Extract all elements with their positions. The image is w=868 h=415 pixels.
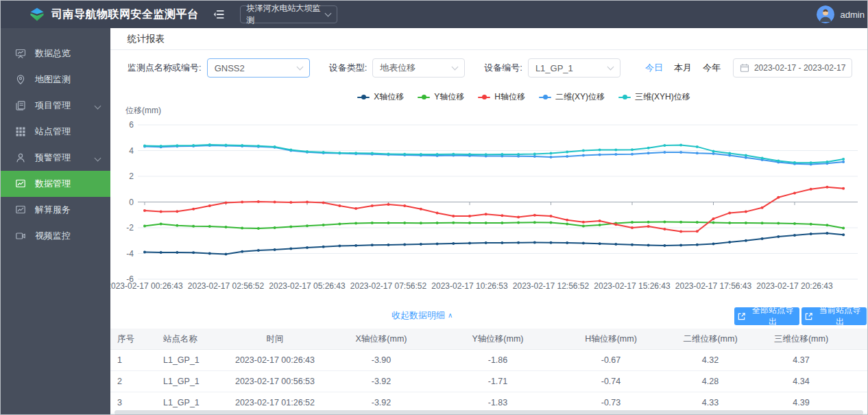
data-point-marker bbox=[241, 250, 243, 253]
data-point-marker bbox=[793, 222, 796, 225]
data-point-marker bbox=[777, 222, 780, 225]
data-point-marker bbox=[810, 188, 812, 191]
device-id-select[interactable]: L1_GP_1 bbox=[528, 58, 620, 78]
legend-item[interactable]: X轴位移 bbox=[357, 91, 404, 103]
data-point-marker bbox=[825, 224, 828, 226]
legend-item[interactable]: 三维(XYH)位移 bbox=[618, 91, 690, 103]
chevron-down-icon bbox=[296, 64, 303, 71]
sidebar-item[interactable]: 预警管理 bbox=[1, 145, 110, 171]
data-point-marker bbox=[599, 154, 601, 156]
device-type-select[interactable]: 地表位移 bbox=[372, 58, 465, 78]
sidebar-item[interactable]: 数据总览 bbox=[1, 40, 110, 67]
video-camera-icon bbox=[15, 230, 26, 241]
station-selector[interactable]: 块泽河水电站大坝监测 bbox=[240, 5, 337, 23]
sidebar-item[interactable]: 站点管理 bbox=[1, 119, 110, 145]
data-point-marker bbox=[436, 211, 439, 214]
station-selector-value: 块泽河水电站大坝监测 bbox=[247, 3, 326, 26]
legend-marker-dot bbox=[482, 95, 487, 99]
export-current-button[interactable]: 当前站点导出 bbox=[801, 307, 867, 325]
column-header: X轴位移(mm) bbox=[330, 333, 433, 345]
data-point-marker bbox=[160, 145, 162, 147]
data-point-marker bbox=[842, 233, 845, 236]
sidebar-item[interactable]: 视频监控 bbox=[1, 223, 110, 249]
data-point-marker bbox=[745, 239, 747, 242]
data-point-marker bbox=[663, 221, 666, 224]
table-cell: -3.92 bbox=[330, 377, 433, 386]
data-point-marker bbox=[452, 153, 455, 156]
menu-fold-icon[interactable] bbox=[213, 8, 225, 21]
data-point-marker bbox=[338, 204, 341, 207]
data-point-marker bbox=[825, 161, 828, 163]
data-point-marker bbox=[192, 144, 195, 147]
data-point-marker bbox=[468, 215, 471, 217]
data-point-marker bbox=[192, 225, 195, 228]
sidebar-item[interactable]: 地图监测 bbox=[1, 67, 110, 93]
quick-range-button[interactable]: 今日 bbox=[645, 62, 663, 74]
data-point-marker bbox=[387, 152, 390, 155]
main-content: 统计报表 监测点名称或编号: GNSS2 设备类型: 地表位移 设备编号: bbox=[110, 28, 868, 415]
data-point-marker bbox=[387, 203, 390, 206]
data-point-marker bbox=[208, 143, 211, 146]
date-range-picker[interactable]: 2023-02-17 - 2023-02-17 bbox=[733, 58, 852, 78]
horizontal-scrollbar[interactable] bbox=[114, 410, 863, 415]
export-icon bbox=[804, 312, 813, 321]
data-point-marker bbox=[257, 249, 260, 252]
data-point-marker bbox=[468, 153, 471, 156]
collapse-detail-link[interactable]: 收起数据明细 ∧ bbox=[391, 309, 453, 322]
table-cell: L1_GP_1 bbox=[138, 355, 220, 365]
point-select[interactable]: GNSS2 bbox=[207, 58, 310, 78]
data-point-marker bbox=[436, 222, 439, 224]
quick-range-button[interactable]: 本月 bbox=[674, 62, 692, 74]
quick-range-group: 今日本月今年 bbox=[640, 62, 726, 74]
table-cell: 4.28 bbox=[659, 377, 762, 386]
data-point-marker bbox=[517, 215, 520, 218]
column-header: H轴位移(mm) bbox=[563, 333, 659, 345]
y-axis-tick-label: -2 bbox=[126, 223, 134, 233]
data-point-marker bbox=[176, 224, 178, 227]
sidebar-item[interactable]: 解算服务 bbox=[1, 197, 110, 223]
data-point-marker bbox=[420, 208, 422, 211]
data-point-marker bbox=[192, 251, 195, 254]
data-point-marker bbox=[160, 210, 162, 213]
legend-marker bbox=[539, 97, 551, 98]
project-doc-icon bbox=[15, 100, 26, 111]
data-point-marker bbox=[338, 152, 341, 154]
solve-chart-icon bbox=[15, 204, 26, 215]
data-point-marker bbox=[647, 225, 650, 228]
data-point-marker bbox=[176, 144, 178, 147]
alert-user-icon bbox=[15, 152, 26, 163]
data-point-marker bbox=[306, 246, 309, 249]
data-point-marker bbox=[338, 222, 341, 225]
data-point-marker bbox=[354, 244, 357, 247]
table-cell: 2 bbox=[110, 377, 138, 386]
legend-item[interactable]: H轴位移 bbox=[478, 91, 525, 103]
chart-legend: X轴位移Y轴位移H轴位移二维(XY)位移三维(XYH)位移 bbox=[179, 91, 868, 103]
displacement-chart: 6420-2-4-6位移(mm)2023-02-17 00:26:432023-… bbox=[110, 105, 868, 292]
export-all-button[interactable]: 全部站点导出 bbox=[734, 307, 799, 325]
device-type-filter-group: 设备类型: 地表位移 bbox=[329, 58, 466, 78]
column-header: 站点名称 bbox=[138, 333, 220, 345]
data-point-marker bbox=[696, 221, 699, 224]
filter-bar: 监测点名称或编号: GNSS2 设备类型: 地表位移 设备编号: L1_GP_1 bbox=[110, 57, 868, 79]
data-point-marker bbox=[631, 148, 634, 151]
quick-range-button[interactable]: 今年 bbox=[703, 62, 721, 74]
chevron-down-icon bbox=[95, 103, 101, 110]
data-point-marker bbox=[761, 222, 764, 224]
data-point-marker bbox=[257, 200, 260, 203]
data-point-marker bbox=[452, 215, 455, 217]
data-point-marker bbox=[647, 244, 650, 247]
sidebar-item[interactable]: 数据管理 bbox=[1, 171, 110, 197]
data-point-marker bbox=[842, 158, 845, 161]
tab-report[interactable]: 统计报表 bbox=[128, 33, 165, 45]
legend-marker-dot bbox=[543, 95, 548, 99]
data-point-marker bbox=[599, 242, 601, 245]
legend-item[interactable]: 二维(XY)位移 bbox=[539, 91, 605, 103]
data-point-marker bbox=[274, 145, 276, 148]
user-avatar[interactable] bbox=[817, 5, 834, 23]
legend-item[interactable]: Y轴位移 bbox=[418, 91, 464, 103]
point-select-value: GNSS2 bbox=[215, 63, 245, 73]
data-point-marker bbox=[647, 147, 650, 150]
data-point-marker bbox=[825, 186, 828, 189]
data-point-marker bbox=[501, 153, 503, 156]
sidebar-item[interactable]: 项目管理 bbox=[1, 93, 110, 119]
